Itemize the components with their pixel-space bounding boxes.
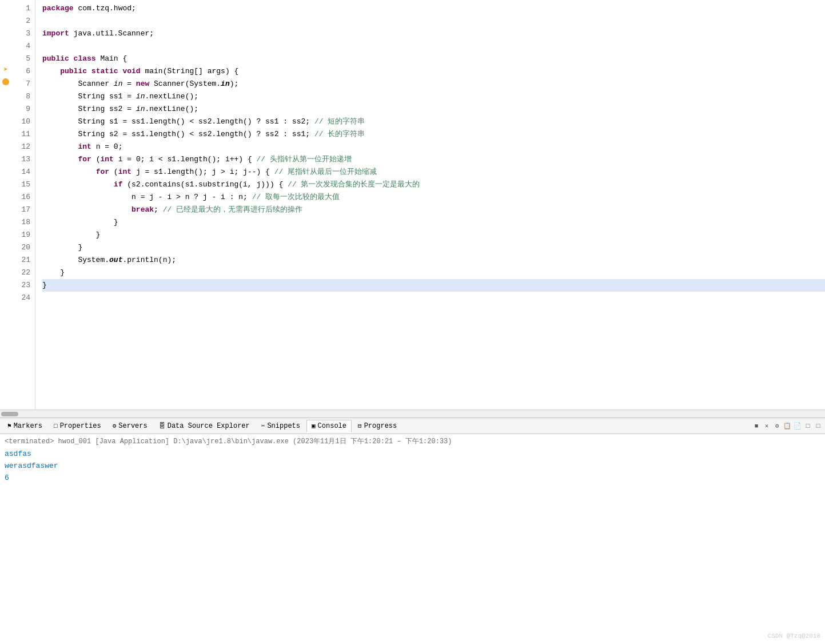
gutter-line-22	[0, 264, 11, 277]
code-line-17: break; // 已经是最大的，无需再进行后续的操作	[42, 204, 825, 216]
gutter-line-4	[0, 38, 11, 50]
code-line-18: }	[42, 216, 825, 229]
gutter-line-9	[0, 101, 11, 113]
code-line-9: String ss2 = in.nextLine();	[42, 103, 825, 116]
line-number-17: 17	[17, 204, 30, 216]
line-number-3: 3	[17, 27, 30, 40]
console-output-line: werasdfaswer	[5, 460, 820, 472]
code-line-1: package com.tzq.hwod;	[42, 2, 825, 15]
gutter-line-7	[0, 75, 11, 88]
gutter-line-13	[0, 151, 11, 164]
console-terminated-text: <terminated> hwod_001 [Java Application]…	[5, 436, 820, 446]
gutter-line-24	[0, 289, 11, 302]
tab-icon-6: ⊟	[358, 422, 362, 430]
gutter-line-12	[0, 138, 11, 151]
tab-action-btn-6[interactable]: □	[814, 422, 823, 431]
gutter-line-10	[0, 113, 11, 126]
line-number-7: 7	[17, 78, 30, 90]
code-line-10: String s1 = ss1.length() < ss2.length() …	[42, 116, 825, 128]
line-number-6: 6	[17, 65, 30, 78]
code-content[interactable]: package com.tzq.hwod; import java.util.S…	[35, 0, 825, 410]
breakpoint-indicator[interactable]	[2, 78, 9, 85]
arrow-indicator: ➤	[3, 65, 8, 74]
line-number-2: 2	[17, 15, 30, 27]
tab-servers[interactable]: ⚙Servers	[107, 420, 153, 432]
tab-action-btn-2[interactable]: ⚙	[772, 422, 782, 431]
code-line-2	[42, 15, 825, 27]
tab-console[interactable]: ▣Console	[306, 420, 352, 432]
watermark: CSDN @Tzq@2018	[768, 633, 820, 639]
tab-action-btn-0[interactable]: ■	[752, 422, 761, 431]
scrollbar-thumb[interactable]	[1, 412, 18, 416]
code-line-22: }	[42, 267, 825, 279]
code-line-12: int n = 0;	[42, 141, 825, 153]
gutter-line-19	[0, 226, 11, 239]
gutter-line-14	[0, 164, 11, 176]
code-line-23: }	[42, 279, 825, 292]
gutter-line-5	[0, 50, 11, 63]
tab-label-0: Markers	[14, 422, 42, 430]
gutter-line-1	[0, 0, 11, 13]
console-output: asdfaswerasdfaswer6	[5, 448, 820, 484]
tab-icon-5: ▣	[312, 422, 316, 430]
bottom-panel: ⚑Markers□Properties⚙Servers🗄Data Source …	[0, 418, 825, 644]
tab-action-btn-4[interactable]: 📄	[793, 422, 802, 431]
code-container[interactable]: ➤ 12345678910111213141516171819202122232…	[0, 0, 825, 410]
line-number-11: 11	[17, 128, 30, 141]
gutter-line-16	[0, 189, 11, 201]
line-number-14: 14	[17, 166, 30, 178]
line-numbers: 123456789101112131415161718192021222324	[11, 0, 35, 410]
line-number-20: 20	[17, 241, 30, 254]
line-number-10: 10	[17, 116, 30, 128]
horizontal-scrollbar[interactable]	[0, 410, 825, 418]
tab-data-source-explorer[interactable]: 🗄Data Source Explorer	[154, 420, 255, 432]
gutter-line-3	[0, 25, 11, 38]
console-body[interactable]: <terminated> hwod_001 [Java Application]…	[0, 434, 825, 644]
line-number-19: 19	[17, 229, 30, 241]
tab-actions: ■✕⚙📋📄□□	[752, 422, 823, 431]
gutter-line-17	[0, 201, 11, 214]
gutter-line-23	[0, 277, 11, 289]
code-line-11: String s2 = ss1.length() < ss2.length() …	[42, 128, 825, 141]
code-line-3: import java.util.Scanner;	[42, 27, 825, 40]
gutter-line-2	[0, 13, 11, 25]
tab-action-btn-3[interactable]: 📋	[783, 422, 792, 431]
gutter-line-18	[0, 214, 11, 226]
tab-action-btn-5[interactable]: □	[803, 422, 812, 431]
code-line-24	[42, 292, 825, 304]
tab-icon-3: 🗄	[159, 422, 165, 430]
code-line-13: for (int i = 0; i < s1.length(); i++) { …	[42, 153, 825, 166]
tab-icon-4: ✂	[261, 422, 265, 430]
line-number-16: 16	[17, 191, 30, 204]
gutter-line-6: ➤	[0, 63, 11, 75]
code-line-20: }	[42, 241, 825, 254]
tab-properties[interactable]: □Properties	[49, 420, 106, 432]
code-line-6: public static void main(String[] args) {	[42, 65, 825, 78]
line-number-24: 24	[17, 292, 30, 304]
tab-bar: ⚑Markers□Properties⚙Servers🗄Data Source …	[0, 418, 825, 434]
line-number-12: 12	[17, 141, 30, 153]
line-number-23: 23	[17, 279, 30, 292]
line-number-21: 21	[17, 254, 30, 267]
gutter-line-11	[0, 126, 11, 138]
line-number-4: 4	[17, 40, 30, 53]
line-number-18: 18	[17, 216, 30, 229]
tab-action-btn-1[interactable]: ✕	[762, 422, 771, 431]
tab-label-3: Data Source Explorer	[168, 422, 250, 430]
line-number-5: 5	[17, 53, 30, 65]
line-number-8: 8	[17, 90, 30, 103]
tab-label-2: Servers	[118, 422, 147, 430]
gutter-line-20	[0, 239, 11, 252]
tab-label-5: Console	[318, 422, 346, 430]
tab-progress[interactable]: ⊟Progress	[353, 420, 402, 432]
code-line-14: for (int j = s1.length(); j > i; j--) { …	[42, 166, 825, 178]
tab-label-6: Progress	[364, 422, 397, 430]
tab-markers[interactable]: ⚑Markers	[2, 420, 47, 432]
line-number-15: 15	[17, 178, 30, 191]
code-line-4	[42, 40, 825, 53]
line-number-9: 9	[17, 103, 30, 116]
code-line-15: if (s2.contains(s1.substring(i, j))) { /…	[42, 178, 825, 191]
code-line-19: }	[42, 229, 825, 241]
code-line-5: public class Main {	[42, 53, 825, 65]
tab-snippets[interactable]: ✂Snippets	[256, 420, 305, 432]
